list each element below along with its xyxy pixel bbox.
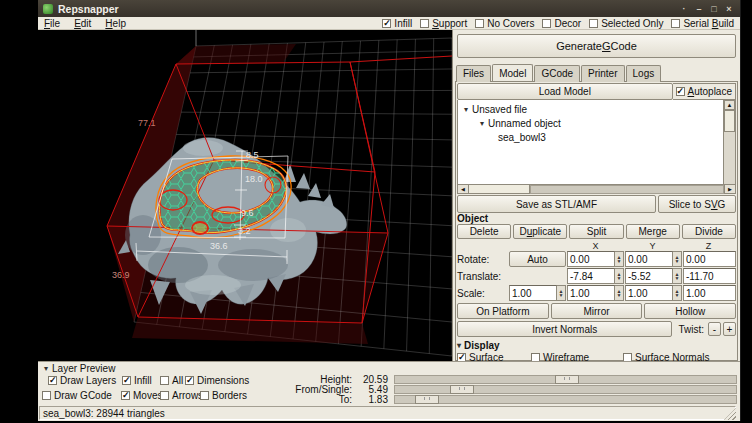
spinner-icon[interactable]: ▲▼ [615,268,624,284]
arrows-toggle[interactable]: Arrows [160,390,203,401]
wireframe-checkbox[interactable] [531,353,540,362]
dimensions-checkbox[interactable] [185,376,194,385]
on-platform-button[interactable]: On Platform [457,303,549,319]
moves-checkbox[interactable] [121,391,130,400]
scroll-up-icon[interactable]: ▲ [724,100,735,110]
twist-minus-button[interactable]: - [708,322,721,336]
borders-toggle[interactable]: Borders [200,390,247,401]
tab-model[interactable]: Model [492,64,533,81]
height-slider[interactable] [394,375,737,384]
spinner-icon[interactable]: ▲▼ [615,285,624,301]
moves-toggle[interactable]: Moves [121,390,162,401]
support-checkbox[interactable] [420,19,429,28]
layer-preview-header[interactable]: ▾ Layer Preview [44,363,115,374]
selected-only-checkbox[interactable] [589,19,598,28]
surface-toggle[interactable]: Surface [457,352,531,362]
shade-button[interactable]: · [678,4,690,14]
scrollbar-thumb[interactable] [724,110,735,132]
borders-checkbox[interactable] [200,391,209,400]
load-model-button[interactable]: Load Model [457,83,673,100]
split-button[interactable]: Split [569,224,623,239]
toggle-selected-only[interactable]: Selected Only [589,18,663,29]
translate-x-field[interactable]: -7.84 [567,268,615,284]
dimensions-toggle[interactable]: Dimensions [185,375,249,386]
translate-z-field[interactable]: -11.70 [683,268,736,284]
mirror-button[interactable]: Mirror [551,303,643,319]
title-bar[interactable]: Repsnapper · – □ × [38,0,740,17]
toggle-decor[interactable]: Decor [542,18,581,29]
menu-edit[interactable]: Edit [74,18,91,29]
autoplace-checkbox[interactable] [676,87,685,96]
scale-y-field[interactable]: 1.00 [625,285,673,301]
slider-thumb[interactable] [415,395,439,404]
display-section-header[interactable]: ▾ Display [457,340,736,351]
toggle-serial-build[interactable]: Serial Build [671,18,734,29]
twist-plus-button[interactable]: + [723,322,736,336]
draw-layers-toggle[interactable]: Draw Layers [48,375,116,386]
maximize-button[interactable]: □ [708,4,720,14]
divide-button[interactable]: Divide [682,224,736,239]
infill-preview-checkbox[interactable] [122,376,131,385]
slice-to-svg-button[interactable]: Slice to SVG [658,195,736,213]
infill-preview-toggle[interactable]: Infill [122,375,152,386]
all-toggle[interactable]: All [160,375,183,386]
scale-all-field[interactable]: 1.00 [509,285,557,301]
surface-normals-toggle[interactable]: Surface Normals [623,352,709,362]
infill-checkbox[interactable] [382,19,391,28]
expander-icon[interactable]: ▾ [457,341,461,350]
save-stl-button[interactable]: Save as STL/AMF [457,195,656,213]
tree-horizontal-scrollbar[interactable]: ◀ ▶ [457,185,736,194]
from-single-slider[interactable] [394,385,737,394]
spinner-icon[interactable]: ▲▼ [557,285,566,301]
tab-logs[interactable]: Logs [626,65,662,82]
delete-button[interactable]: Delete [457,224,511,239]
scroll-left-icon[interactable]: ◀ [458,185,469,193]
decor-checkbox[interactable] [542,19,551,28]
tab-gcode[interactable]: GCode [534,65,580,82]
merge-button[interactable]: Merge [626,224,680,239]
auto-rotate-button[interactable]: Auto [509,251,566,267]
spinner-icon[interactable]: ▲▼ [673,268,682,284]
spinner-icon[interactable]: ▲▼ [615,251,624,267]
scale-z-field[interactable]: 1.00 [683,285,736,301]
all-checkbox[interactable] [160,376,169,385]
expander-icon[interactable]: ▾ [480,119,484,128]
tree-vertical-scrollbar[interactable]: ▲ [723,100,735,184]
minimize-button[interactable]: – [693,4,705,14]
tree-item-unnamed-object[interactable]: ▾ Unnamed object [458,116,723,130]
menu-file[interactable]: File [44,18,60,29]
translate-y-field[interactable]: -5.52 [625,268,673,284]
tab-printer[interactable]: Printer [581,65,624,82]
rotate-x-field[interactable]: 0.00 [567,251,615,267]
wireframe-toggle[interactable]: Wireframe [531,352,623,362]
spinner-icon[interactable]: ▲▼ [673,251,682,267]
draw-layers-checkbox[interactable] [48,376,57,385]
autoplace-toggle[interactable]: Autoplace [673,83,736,100]
menu-help[interactable]: Help [105,18,126,29]
close-button[interactable]: × [723,4,735,14]
draw-gcode-checkbox[interactable] [42,391,51,400]
toggle-infill[interactable]: Infill [382,18,412,29]
scrollbar-thumb[interactable] [469,185,530,193]
tree-item-sea-bowl3[interactable]: sea_bowl3 [458,130,723,144]
expander-icon[interactable]: ▾ [464,105,468,114]
scroll-right-icon[interactable]: ▶ [724,185,735,193]
toggle-support[interactable]: Support [420,18,467,29]
generate-gcode-button[interactable]: Generate GCode [457,34,736,58]
expander-icon[interactable]: ▾ [44,364,48,373]
scale-x-field[interactable]: 1.00 [567,285,615,301]
3d-viewport[interactable]: 8.5 18.0 9.6 3.2 36.6 77.1 36.9 [38,30,452,364]
slider-thumb[interactable] [450,385,474,394]
duplicate-button[interactable]: Duplicate [513,224,567,239]
surface-normals-checkbox[interactable] [623,353,632,362]
slider-thumb[interactable] [555,375,579,384]
hollow-button[interactable]: Hollow [644,303,736,319]
no-covers-checkbox[interactable] [475,19,484,28]
invert-normals-button[interactable]: Invert Normals [457,321,672,337]
rotate-y-field[interactable]: 0.00 [625,251,673,267]
draw-gcode-toggle[interactable]: Draw GCode [42,390,112,401]
to-slider[interactable] [394,395,737,404]
serial-build-checkbox[interactable] [671,19,680,28]
tree-item-unsaved-file[interactable]: ▾ Unsaved file [458,102,723,116]
spinner-icon[interactable]: ▲▼ [673,285,682,301]
